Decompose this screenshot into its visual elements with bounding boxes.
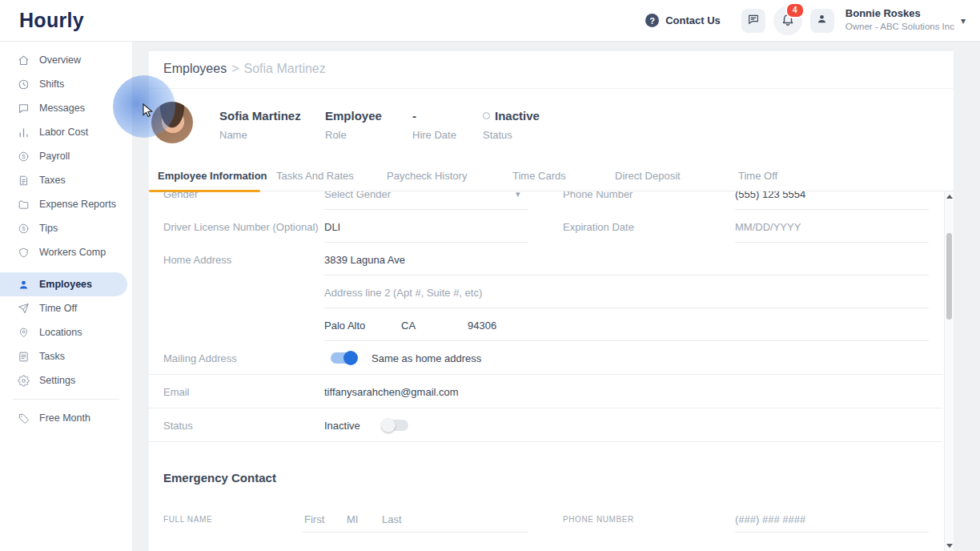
address-line2-input[interactable]: Address line 2 (Apt #, Suite #, etc) bbox=[324, 286, 482, 298]
account-button[interactable] bbox=[810, 9, 834, 33]
status-field: Inactive Status bbox=[483, 109, 540, 141]
scrollbar[interactable] bbox=[944, 191, 954, 551]
home-icon bbox=[18, 54, 30, 66]
form-row-home-address: Home Address 3839 Laguna Ave bbox=[149, 243, 944, 276]
sidebar-item-label: Tasks bbox=[39, 351, 65, 362]
sidebar-item-payroll[interactable]: Payroll bbox=[0, 144, 132, 168]
last-name-input[interactable]: Last bbox=[382, 513, 402, 525]
tab-paycheck-history[interactable]: Paycheck History bbox=[387, 170, 467, 182]
tab-tasks-and-rates[interactable]: Tasks And Rates bbox=[276, 170, 354, 182]
phone-number-label: Phone Number bbox=[563, 191, 633, 199]
contact-us-link[interactable]: Contact Us bbox=[665, 14, 721, 26]
first-name-input[interactable]: First bbox=[304, 513, 324, 525]
home-address-input[interactable]: 3839 Laguna Ave bbox=[324, 253, 405, 265]
user-role: Owner - ABC Solutions Inc bbox=[845, 22, 954, 32]
gender-select[interactable]: Select Gender bbox=[324, 191, 391, 199]
scroll-down-arrow[interactable] bbox=[946, 544, 953, 548]
phone-number-input[interactable]: (555) 123 5554 bbox=[735, 191, 805, 199]
middle-initial-input[interactable]: MI bbox=[347, 513, 358, 525]
user-menu[interactable]: Bonnie Roskes Owner - ABC Solutions Inc bbox=[845, 8, 954, 32]
sidebar-item-overview[interactable]: Overview bbox=[0, 48, 132, 72]
employee-status: Inactive bbox=[495, 109, 540, 123]
dollar-circle-icon bbox=[18, 151, 30, 163]
employee-form: Gender Select Gender ▾ Phone Number (555… bbox=[149, 191, 944, 551]
zip-input[interactable]: 94306 bbox=[468, 319, 496, 331]
employee-role: Employee bbox=[325, 109, 382, 123]
email-input[interactable]: tiffanysarahchen@gmail.com bbox=[324, 386, 459, 398]
sidebar-item-label: Payroll bbox=[39, 151, 70, 162]
employee-header: Sofia Martinez Name Employee Role - Hire… bbox=[149, 99, 954, 168]
tab-bar: Employee Information Tasks And Rates Pay… bbox=[149, 168, 954, 191]
scroll-up-arrow[interactable] bbox=[946, 195, 953, 199]
sidebar-item-settings[interactable]: Settings bbox=[0, 368, 132, 392]
sidebar: Overview Shifts Messages Labor Cost Payr… bbox=[0, 41, 133, 551]
tab-employee-information[interactable]: Employee Information bbox=[158, 170, 267, 182]
sidebar-item-free-month[interactable]: Free Month bbox=[0, 406, 132, 430]
chevron-down-icon[interactable]: ▾ bbox=[961, 15, 966, 26]
messages-button[interactable] bbox=[741, 9, 765, 33]
tab-time-off[interactable]: Time Off bbox=[738, 170, 777, 182]
sidebar-divider bbox=[13, 399, 119, 400]
sidebar-item-label: Employees bbox=[39, 279, 92, 290]
sidebar-item-shifts[interactable]: Shifts bbox=[0, 72, 132, 96]
sidebar-item-taxes[interactable]: Taxes bbox=[0, 168, 132, 192]
map-pin-icon bbox=[18, 327, 30, 339]
sidebar-item-label: Settings bbox=[39, 375, 75, 386]
sidebar-item-workers-comp[interactable]: Workers Comp bbox=[0, 240, 132, 264]
tab-time-cards[interactable]: Time Cards bbox=[512, 170, 566, 182]
expiration-date-input[interactable]: MM/DD/YYYY bbox=[735, 220, 801, 232]
gear-icon bbox=[18, 375, 30, 387]
checklist-icon bbox=[18, 351, 30, 363]
same-as-home-text: Same as home address bbox=[372, 352, 481, 364]
mailing-address-toggle[interactable] bbox=[331, 352, 356, 364]
emergency-phone-input[interactable]: (###) ### #### bbox=[735, 513, 805, 525]
sidebar-item-expense-reports[interactable]: Expense Reports bbox=[0, 192, 132, 216]
form-row-license-expiration: Driver License Number (Optional) DLI Exp… bbox=[149, 210, 944, 243]
status-label: Status bbox=[483, 129, 540, 141]
chevron-down-icon: ▾ bbox=[516, 191, 520, 199]
sidebar-item-employees[interactable]: Employees bbox=[0, 272, 127, 296]
scrollbar-thumb[interactable] bbox=[946, 233, 952, 320]
mailing-address-label: Mailing Address bbox=[163, 352, 237, 364]
form-row-emergency-name-phone: FULL NAME First MI Last PHONE NUMBER (##… bbox=[149, 499, 944, 539]
breadcrumb-employees[interactable]: Employees bbox=[163, 62, 227, 75]
expiration-date-label: Expiration Date bbox=[563, 220, 634, 232]
breadcrumb-divider bbox=[149, 88, 954, 89]
sidebar-item-tips[interactable]: Tips bbox=[0, 216, 132, 240]
role-label: Role bbox=[325, 129, 382, 141]
status-toggle[interactable] bbox=[383, 420, 408, 431]
person-icon bbox=[18, 279, 30, 291]
topbar-actions: ? Contact Us 4 Bonnie Roskes Owner - ABC… bbox=[645, 6, 966, 35]
app-logo[interactable]: Hourly bbox=[19, 9, 84, 32]
emergency-contact-heading: Emergency Contact bbox=[149, 471, 944, 488]
content-panel: Employees>Sofia Martinez Sofia Martinez … bbox=[149, 51, 954, 551]
tab-direct-deposit[interactable]: Direct Deposit bbox=[615, 170, 681, 182]
form-row-mailing-address: Mailing Address Same as home address bbox=[149, 341, 944, 375]
sidebar-item-label: Free Month bbox=[39, 412, 90, 424]
sidebar-item-label: Messages bbox=[39, 103, 85, 114]
chat-icon bbox=[18, 103, 30, 115]
name-label: Name bbox=[219, 129, 301, 141]
sidebar-item-tasks[interactable]: Tasks bbox=[0, 344, 132, 368]
sidebar-item-time-off[interactable]: Time Off bbox=[0, 296, 132, 320]
help-icon[interactable]: ? bbox=[645, 14, 659, 27]
full-name-label: FULL NAME bbox=[163, 515, 212, 524]
sidebar-item-label: Shifts bbox=[39, 78, 64, 90]
city-input[interactable]: Palo Alto bbox=[324, 319, 365, 331]
document-icon bbox=[18, 175, 30, 187]
driver-license-input[interactable]: DLI bbox=[324, 220, 340, 232]
sidebar-item-label: Overview bbox=[39, 54, 81, 66]
sidebar-item-labor-cost[interactable]: Labor Cost bbox=[0, 120, 132, 144]
sidebar-item-label: Labor Cost bbox=[39, 127, 88, 138]
employee-role-field: Employee Role bbox=[325, 109, 382, 141]
status-row-label: Status bbox=[163, 420, 193, 432]
coin-icon bbox=[18, 223, 30, 235]
form-row-status: Status Inactive bbox=[149, 408, 944, 442]
notifications-button[interactable]: 4 bbox=[773, 6, 802, 35]
sidebar-item-label: Expense Reports bbox=[39, 199, 116, 210]
send-icon bbox=[18, 303, 30, 315]
clock-icon bbox=[18, 78, 30, 90]
sidebar-item-label: Workers Comp bbox=[39, 247, 106, 258]
state-input[interactable]: CA bbox=[401, 319, 416, 331]
sidebar-item-locations[interactable]: Locations bbox=[0, 320, 132, 344]
